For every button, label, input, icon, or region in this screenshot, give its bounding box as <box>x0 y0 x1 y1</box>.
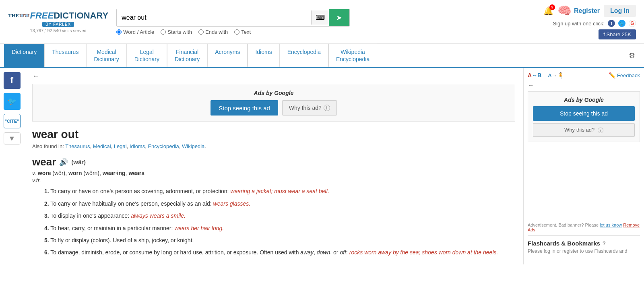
logo-glasses-icon: 👓 <box>19 10 30 21</box>
logo-free: FREE <box>30 10 54 21</box>
content-area: ← Ads by Google Stop seeing this ad Why … <box>24 68 523 264</box>
also-found-legal[interactable]: Legal <box>114 143 127 149</box>
right-ad-label: Ads by Google <box>533 97 635 103</box>
register-button[interactable]: 🧠 Register <box>557 4 600 17</box>
definitions: 1. To carry or have on one's person as c… <box>44 187 515 257</box>
flashcard-title: Flashcards & Bookmarks ? <box>528 240 640 247</box>
facebook-icon: f <box>10 75 13 86</box>
ad-buttons: Stop seeing this ad Why this ad? i <box>38 100 509 116</box>
logo-visits: 13,767,192,540 visits served <box>30 28 87 33</box>
ad-note: Advertisement. Bad banner? Please let us… <box>528 223 640 232</box>
option-starts-with[interactable]: Starts with <box>161 29 192 35</box>
main-container: f 🐦 "CITE" ▼ ← Ads by Google Stop seeing… <box>0 68 644 264</box>
also-found-wikipedia[interactable]: Wikipedia <box>182 143 204 149</box>
right-sidebar: A↔B A→🧍 ✏️ Feedback ← Ads by Google Stop… <box>523 68 644 264</box>
login-button[interactable]: Log in <box>604 5 636 17</box>
definition-3: 3. To display in one's appearance: alway… <box>44 211 515 220</box>
also-found: Also found in: Thesaurus, Medical, Legal… <box>32 143 515 149</box>
let-us-know-link[interactable]: let us know <box>600 223 622 227</box>
flashcard-description: Please log in or register to use Flashca… <box>528 248 640 254</box>
right-stop-ad-button[interactable]: Stop seeing this ad <box>533 106 635 121</box>
option-ends-with[interactable]: Ends with <box>198 29 228 35</box>
definition-6: 6. To damage, diminish, erode, or consum… <box>44 248 515 257</box>
also-found-encyclopedia[interactable]: Encyclopedia <box>148 143 179 149</box>
why-ad-button[interactable]: Why this ad? i <box>282 100 337 116</box>
auth-top: 🔔 9 🧠 Register Log in <box>543 4 636 17</box>
cite-button[interactable]: "CITE" <box>4 114 21 128</box>
notification-bell[interactable]: 🔔 9 <box>543 6 553 16</box>
tab-thesaurus[interactable]: Thesaurus <box>44 44 86 67</box>
facebook-share-icon: f <box>603 31 605 37</box>
right-ad-section: Ads by Google Stop seeing this ad Why th… <box>528 91 640 142</box>
signup-row: Sign up with one click: f 🐦 G <box>553 20 636 27</box>
google-signup-icon[interactable]: G <box>629 20 636 27</box>
header: THE 👓 FREE DICTIONARY BY FARLEX 13,767,1… <box>0 0 644 44</box>
right-why-ad-button[interactable]: Why this ad? i <box>533 123 635 137</box>
pos-line-verb: v. wore (wôr), worn (wôrn), wear·ing, we… <box>32 170 515 176</box>
entry-word: wear 🔊 (wâr) <box>32 156 515 168</box>
logo-area: THE 👓 FREE DICTIONARY BY FARLEX 13,767,1… <box>8 10 108 33</box>
flashcard-help-icon[interactable]: ? <box>603 240 606 246</box>
translation-ab-icon[interactable]: A↔B <box>528 72 541 78</box>
search-button[interactable]: ➤ <box>329 9 349 26</box>
info-icon: i <box>324 105 330 111</box>
definition-4: 4. To bear, carry, or maintain in a part… <box>44 224 515 233</box>
notification-badge: 9 <box>549 4 555 10</box>
search-row: ⌨ ➤ <box>116 9 350 27</box>
also-found-idioms[interactable]: Idioms <box>130 143 145 149</box>
twitter-icon: 🐦 <box>8 97 17 106</box>
definition-2: 2. To carry or have habitually on one's … <box>44 199 515 208</box>
left-sidebar: f 🐦 "CITE" ▼ <box>0 68 24 264</box>
more-button[interactable]: ▼ <box>4 132 21 144</box>
facebook-share-button[interactable]: f <box>4 72 21 89</box>
translation-person-icon[interactable]: A→🧍 <box>548 72 564 78</box>
option-text[interactable]: Text <box>234 29 251 35</box>
word-title: wear out <box>32 128 515 141</box>
logo-dictionary: DICTIONARY <box>54 10 108 21</box>
feedback-icon: ✏️ <box>609 72 615 78</box>
search-options: Word / Article Starts with Ends with Tex… <box>116 29 350 35</box>
back-arrow[interactable]: ← <box>32 72 39 80</box>
tab-idioms[interactable]: Idioms <box>248 44 279 67</box>
logo-byfarlex: BY FARLEX <box>42 22 74 27</box>
auth-area: 🔔 9 🧠 Register Log in Sign up with one c… <box>543 4 636 39</box>
feedback-link[interactable]: ✏️ Feedback <box>609 72 640 78</box>
right-info-icon: i <box>598 128 603 133</box>
search-area: ⌨ ➤ Word / Article Starts with Ends with… <box>116 9 350 35</box>
tab-financial-dictionary[interactable]: FinancialDictionary <box>167 44 207 67</box>
tab-encyclopedia[interactable]: Encyclopedia <box>280 44 328 67</box>
ad-label: Ads by Google <box>38 90 509 96</box>
facebook-signup-icon[interactable]: f <box>608 20 615 27</box>
also-found-thesaurus[interactable]: Thesaurus <box>65 143 90 149</box>
translation-tools: A↔B A→🧍 ✏️ Feedback <box>528 72 640 78</box>
main-ad-section: Ads by Google Stop seeing this ad Why th… <box>32 84 515 122</box>
keyboard-button[interactable]: ⌨ <box>311 10 329 25</box>
tab-medical-dictionary[interactable]: MedicalDictionary <box>86 44 126 67</box>
share-button[interactable]: f Share 25K <box>599 29 636 39</box>
flashcard-section: Flashcards & Bookmarks ? Please log in o… <box>528 235 640 254</box>
definition-1: 1. To carry or have on one's person as c… <box>44 187 515 196</box>
also-found-medical[interactable]: Medical <box>93 143 111 149</box>
stop-ad-button[interactable]: Stop seeing this ad <box>211 100 278 116</box>
tab-dictionary[interactable]: Dictionary <box>4 44 44 67</box>
tab-wikipedia-encyclopedia[interactable]: WikipediaEncyclopedia <box>328 44 377 67</box>
sound-icon[interactable]: 🔊 <box>59 158 68 167</box>
settings-icon[interactable]: ⚙ <box>624 44 640 67</box>
search-input[interactable] <box>117 10 311 25</box>
nav-bar: Dictionary Thesaurus MedicalDictionary L… <box>0 44 644 68</box>
option-word-article[interactable]: Word / Article <box>116 29 154 35</box>
pos-line-vtr: v.tr. <box>32 177 515 184</box>
tab-acronyms[interactable]: Acronyms <box>207 44 248 67</box>
definition-5: 5. To fly or display (colors). Used of a… <box>44 236 515 245</box>
tab-legal-dictionary[interactable]: LegalDictionary <box>127 44 167 67</box>
right-sidebar-back-arrow[interactable]: ← <box>528 82 534 89</box>
twitter-signup-icon[interactable]: 🐦 <box>618 20 625 27</box>
twitter-share-button[interactable]: 🐦 <box>4 93 21 110</box>
